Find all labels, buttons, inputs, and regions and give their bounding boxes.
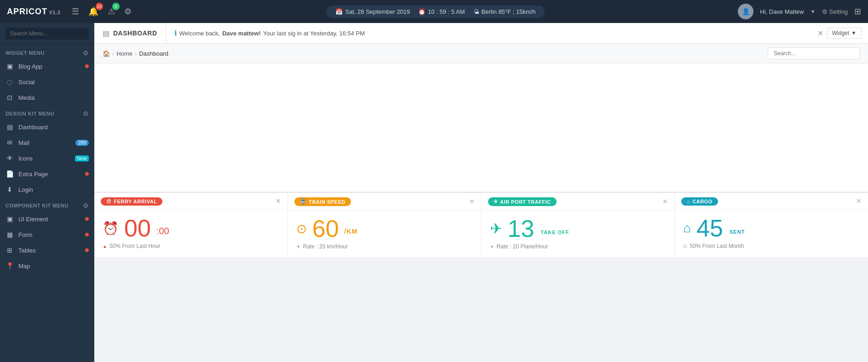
media-icon: ⊡ [6, 94, 14, 101]
sidebar-item-tables[interactable]: ⊞ Tables [0, 242, 94, 258]
sidebar-item-media[interactable]: ⊡ Media [0, 90, 94, 105]
sidebar: WIDGET MENU ⚙ ▣ Blog App ◌ Social ⊡ Medi… [0, 23, 94, 362]
sidebar-search-area [0, 23, 94, 45]
avatar[interactable]: 👤 [738, 4, 753, 19]
airport-traffic-label: AIR PORT TRAFFIC [500, 199, 551, 205]
widget-button[interactable]: Widget ▼ [827, 28, 862, 39]
train-icon: 🚆 [300, 199, 307, 205]
widget-menu-section: WIDGET MENU ⚙ [0, 45, 94, 58]
airport-footer-text: Rate : 20 Plane/Hour [496, 243, 548, 250]
train-speed-widget: 🚆 TRAIN SPEED ✕ ⊙ 60 /KM ▼ Ra [288, 193, 482, 257]
alert-button[interactable]: ⚠ 5 [106, 5, 117, 18]
main-layout: WIDGET MENU ⚙ ▣ Blog App ◌ Social ⊡ Medi… [0, 23, 868, 362]
sidebar-item-label: Icons [18, 155, 33, 162]
info-icon: ℹ [174, 29, 177, 37]
sidebar-item-map[interactable]: 📍 Map [0, 258, 94, 274]
ferry-arrival-label: FERRY ARRIVAL [114, 199, 157, 204]
cargo-close-button[interactable]: ✕ [856, 197, 862, 205]
sidebar-item-extra-page[interactable]: 📄 Extra Page [0, 166, 94, 182]
breadcrumb-bar: 🏠 › Home › Dashboard [94, 44, 868, 63]
tables-dot [85, 248, 89, 252]
user-dropdown-arrow[interactable]: ▼ [811, 9, 816, 14]
breadcrumb-home-link[interactable]: Home [116, 50, 132, 57]
social-icon: ◌ [6, 78, 14, 86]
sidebar-item-label: Blog App [18, 63, 42, 70]
train-speed-close-button[interactable]: ✕ [469, 198, 475, 205]
train-footer-text: Rate : 20 km/Hour [303, 243, 348, 250]
sidebar-item-label: Login [18, 186, 33, 193]
user-greeting-label[interactable]: Hi, Dave Mattew [760, 8, 804, 15]
add-button[interactable]: ⊞ [854, 6, 861, 17]
sidebar-item-label: Dashboard [18, 124, 48, 131]
airport-traffic-header: ✈ AIR PORT TRAFFIC ✕ [482, 193, 675, 210]
train-arrow-down-icon: ▼ [296, 244, 301, 249]
sidebar-item-label: Form [18, 231, 32, 238]
widget-menu-gear-icon[interactable]: ⚙ [83, 49, 89, 57]
date-display: Sat, 28 September 2019 [345, 8, 410, 15]
sidebar-item-form[interactable]: ▦ Form [0, 227, 94, 242]
weather-display: Berlin 85°F ; 15km/h [482, 8, 536, 15]
page-title: DASHBOARD [113, 29, 157, 37]
sidebar-item-ui-element[interactable]: ▣ UI Element [0, 211, 94, 227]
mail-icon: ✉ [6, 139, 14, 146]
cargo-value: 45 [696, 216, 723, 240]
header-right-area: ✕ Widget ▼ [811, 23, 868, 43]
train-speed-footer: ▼ Rate : 20 km/Hour [296, 241, 473, 251]
settings-wheel-button[interactable]: ⚙ [122, 5, 133, 18]
sidebar-item-dashboard[interactable]: ▤ Dashboard [0, 119, 94, 135]
setting-button[interactable]: ⚙ Setting [822, 8, 848, 15]
sidebar-item-social[interactable]: ◌ Social [0, 74, 94, 90]
cargo-label-tag: SENT [730, 229, 745, 235]
ferry-arrival-footer: ▲ 50% From Last Hour [103, 240, 279, 250]
tables-icon: ⊞ [6, 247, 14, 254]
sidebar-item-blog-app[interactable]: ▣ Blog App [0, 58, 94, 74]
breadcrumb-search-area [768, 47, 860, 59]
weather-icon: 🌤 [473, 8, 479, 15]
airport-label-tag: TAKE OFF [540, 230, 569, 235]
airplane-icon: ✈ [490, 220, 502, 237]
component-kit-gear-icon[interactable]: ⚙ [83, 202, 89, 209]
design-kit-menu-section: DESIGN KIT MENU ⚙ [0, 105, 94, 119]
page-title-area: ▤ DASHBOARD [94, 23, 166, 43]
widget-menu-title: WIDGET MENU [6, 50, 45, 56]
notification-bell-button[interactable]: 🔔 23 [86, 5, 100, 18]
airport-arrow-down-icon: ▼ [490, 244, 494, 249]
ferry-icon: ⏱ [106, 199, 112, 204]
sidebar-item-label: Mail [18, 139, 29, 146]
airport-traffic-close-button[interactable]: ✕ [662, 198, 668, 205]
sidebar-item-icons[interactable]: 👁 Icons New [0, 150, 94, 166]
main-content-scroll: ⏱ FERRY ARRIVAL ✕ ⏰ 00 :00 ▲ 5 [94, 63, 868, 362]
ferry-value: 00 [124, 216, 151, 240]
widget-row: ⏱ FERRY ARRIVAL ✕ ⏰ 00 :00 ▲ 5 [94, 192, 868, 257]
train-speed-body: ⊙ 60 /KM ▼ Rate : 20 km/Hour [288, 210, 481, 257]
sidebar-item-mail[interactable]: ✉ Mail 289 [0, 135, 94, 150]
header-close-button[interactable]: ✕ [817, 29, 823, 38]
ferry-arrival-header: ⏱ FERRY ARRIVAL ✕ [94, 193, 287, 210]
airport-icon: ✈ [494, 199, 498, 205]
form-dot [85, 233, 89, 236]
airport-traffic-footer: ▼ Rate : 20 Plane/Hour [490, 241, 667, 251]
cargo-body: ⌂ 45 SENT ⊙ 50% From Last Month [675, 210, 868, 257]
map-icon: 📍 [6, 262, 14, 270]
hamburger-menu-button[interactable]: ☰ [70, 5, 81, 18]
ferry-arrival-body: ⏰ 00 :00 ▲ 50% From Last Hour [94, 210, 287, 257]
breadcrumb-search-input[interactable] [768, 47, 860, 59]
design-kit-gear-icon[interactable]: ⚙ [83, 110, 89, 117]
sidebar-item-label: Map [18, 263, 30, 270]
sidebar-item-login[interactable]: ⬇ Login [0, 182, 94, 197]
component-kit-menu-section: COMPONENT KIT MENU ⚙ [0, 197, 94, 211]
brand-name: APRICOT [7, 7, 47, 17]
sidebar-item-label: Extra Page [18, 171, 48, 178]
clock-icon: ⏰ [418, 8, 425, 15]
cargo-label: CARGO [692, 199, 712, 204]
widget-dropdown-arrow: ▼ [851, 30, 857, 36]
ferry-arrival-close-button[interactable]: ✕ [276, 197, 281, 205]
welcome-message: ℹ Welcome back, Dave mattew! Your last s… [166, 23, 811, 43]
airport-value: 13 [508, 217, 535, 241]
airport-traffic-widget: ✈ AIR PORT TRAFFIC ✕ ✈ 13 TAKE OFF ▼ [482, 193, 675, 257]
setting-icon: ⚙ [822, 8, 828, 15]
login-icon: ⬇ [6, 186, 14, 193]
form-icon: ▦ [6, 231, 14, 238]
search-input[interactable] [6, 28, 89, 40]
ferry-clock-icon: ⏰ [103, 221, 119, 236]
